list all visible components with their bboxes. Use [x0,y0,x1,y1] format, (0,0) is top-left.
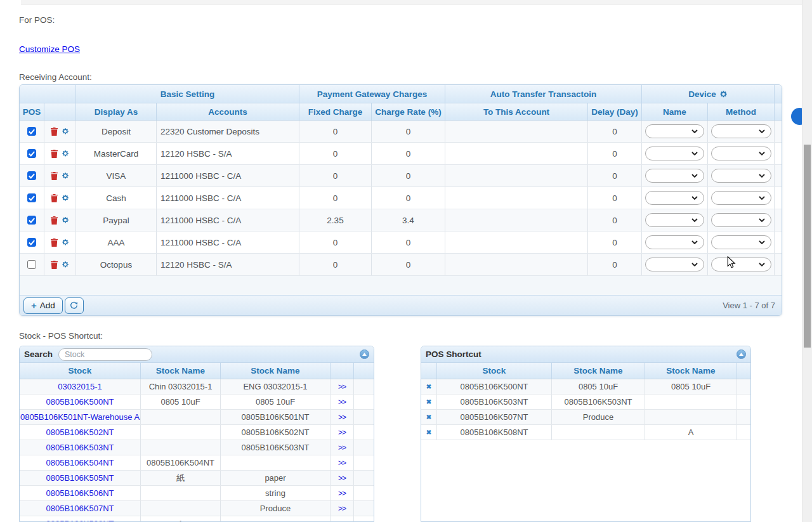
device-method-select[interactable] [711,124,771,138]
chevron-down-icon [759,263,765,266]
display-as-cell: MasterCard [75,143,156,164]
stock-code-link[interactable]: 0805B106K502NT [46,427,114,437]
col-header-stock-name-1: Stock Name [551,363,645,379]
pos-checkbox[interactable] [27,171,36,180]
pos-checkbox[interactable] [27,238,36,247]
pos-checkbox[interactable] [27,149,36,158]
stock-name-2-cell [220,516,330,522]
move-to-shortcut-link[interactable]: >> [338,474,346,483]
gear-icon[interactable] [719,90,728,98]
device-name-select[interactable] [645,124,704,138]
x-icon[interactable]: ✖ [426,429,431,436]
pos-shortcut-panel: POS Shortcut Stock Stock Name Stock Name… [421,346,751,522]
chevron-down-icon [759,240,765,244]
move-to-shortcut-link[interactable]: >> [338,428,346,437]
trash-icon[interactable] [51,194,58,202]
group-header-auto-transfer: Auto Transfer Transactoin [445,85,641,103]
add-button[interactable]: + Add [23,297,63,314]
stock-code-link[interactable]: 0805B106K508NT [46,519,114,522]
trash-icon[interactable] [51,261,58,269]
pos-checkbox[interactable] [27,127,36,136]
collapse-up-icon[interactable] [360,349,369,359]
display-as-cell: Deposit [75,121,156,142]
stock-code-link[interactable]: 0805B106K507NT [46,504,114,513]
move-to-shortcut-link[interactable]: >> [338,504,346,513]
chevron-down-icon [759,174,765,178]
device-name-select[interactable] [645,258,704,271]
stock-code-link[interactable]: 0805B106K505NT [46,473,114,483]
move-to-shortcut-link[interactable]: >> [338,382,346,391]
gear-icon[interactable] [62,194,69,202]
device-method-select[interactable] [711,213,771,227]
device-name-select[interactable] [645,235,704,249]
move-to-shortcut-link[interactable]: >> [338,459,346,467]
pos-checkbox[interactable] [27,216,36,225]
stock-search-panel: Search Stock Stock Name Stock Name 03032… [19,346,374,522]
stock-code-link[interactable]: 0805B106K506NT [46,488,114,498]
stock-code-link[interactable]: 0805B106K500NT [46,397,114,407]
accounts-cell: 22320 Customer Deposits [156,121,299,142]
trash-icon[interactable] [51,238,58,247]
chevron-down-icon [691,263,698,266]
chevron-down-icon [759,218,765,222]
move-to-shortcut-link[interactable]: >> [338,398,346,407]
gear-icon[interactable] [62,216,69,224]
delay-cell: 0 [587,121,641,142]
device-name-select[interactable] [645,147,704,160]
receiving-account-row: Paypal 1211000 HSBC - C/A 2.35 3.4 0 [20,209,782,232]
col-header-to-this-account: To This Account [445,103,587,120]
collapsed-panel-edge [21,0,802,4]
device-name-select[interactable] [645,213,704,227]
stock-pos-shortcut-label: Stock - POS Shortcut: [19,331,103,341]
move-to-shortcut-link[interactable]: >> [338,519,346,522]
col-header-delay: Delay (Day) [587,103,641,120]
refresh-button[interactable] [65,297,84,314]
gear-icon[interactable] [62,261,69,268]
gear-icon[interactable] [62,172,69,179]
stock-name-2-cell: 0805B106K502NT [220,425,330,440]
device-name-select[interactable] [645,169,704,183]
device-method-select[interactable] [711,191,771,205]
gear-icon[interactable] [62,127,69,135]
customize-pos-link[interactable]: Customize POS [19,44,80,54]
pos-checkbox[interactable] [27,193,36,202]
x-icon[interactable]: ✖ [426,383,431,390]
stock-name-2-cell [645,395,737,409]
x-icon[interactable]: ✖ [426,414,431,421]
charge-rate-cell: 3.4 [371,209,445,231]
move-to-shortcut-link[interactable]: >> [338,489,346,498]
trash-icon[interactable] [51,150,58,158]
stock-code-link[interactable]: 03032015-1 [58,382,102,391]
collapse-up-icon[interactable] [737,349,746,359]
stock-code-link[interactable]: 0805B106K504NT [46,458,114,467]
x-icon[interactable]: ✖ [426,398,431,405]
stock-code-cell: 0805B106K507NT [436,410,551,424]
pos-checkbox[interactable] [27,260,36,269]
device-method-select[interactable] [711,147,771,160]
device-method-select[interactable] [711,258,771,271]
col-header-method: Method [707,103,774,120]
move-to-shortcut-link[interactable]: >> [338,443,346,452]
delay-cell: 0 [587,209,641,231]
stock-code-link[interactable]: 0805B106K503NT [46,443,114,452]
device-method-select[interactable] [711,169,771,183]
fixed-charge-cell: 0 [299,187,371,209]
trash-icon[interactable] [51,127,58,136]
stock-search-input[interactable] [58,348,152,361]
col-header-actions [44,103,75,120]
stock-code-link[interactable]: 0805B106K501NT-Warehouse A [20,412,140,422]
col-header-accounts: Accounts [156,103,299,120]
gear-icon[interactable] [62,238,69,246]
trash-icon[interactable] [51,216,58,225]
chevron-down-icon [691,240,698,244]
scrollbar-track[interactable] [802,0,812,522]
gear-icon[interactable] [62,150,69,157]
trash-icon[interactable] [51,172,58,180]
move-to-shortcut-link[interactable]: >> [338,413,346,422]
device-method-select[interactable] [711,235,771,249]
accounts-cell: 1211000 HSBC - C/A [156,209,299,231]
group-header-empty [20,85,75,103]
scrollbar-thumb[interactable] [804,145,811,348]
device-name-select[interactable] [645,191,704,205]
accounts-cell: 1211000 HSBC - C/A [156,187,299,209]
